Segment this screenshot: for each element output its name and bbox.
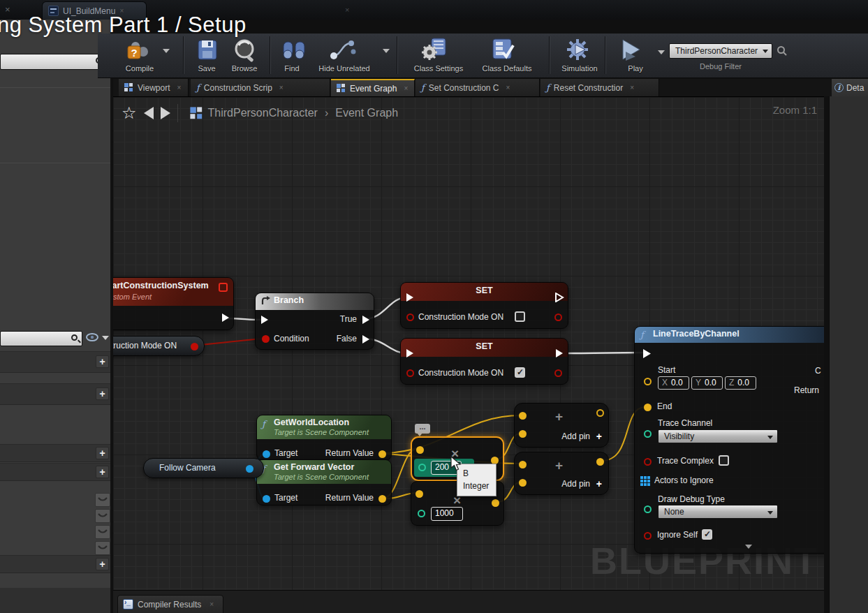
start-pin[interactable] [644, 378, 652, 385]
bool-out-pin[interactable] [554, 313, 562, 321]
save-button[interactable]: Save [198, 64, 215, 73]
false-exec-pin[interactable] [361, 334, 371, 347]
exec-in-pin[interactable] [405, 293, 415, 305]
category-row[interactable]: + [0, 463, 110, 481]
node-branch[interactable]: Branch Condition True False [255, 293, 374, 350]
class-defaults-icon[interactable] [489, 37, 517, 62]
hide-unrelated-caret-icon[interactable] [383, 49, 390, 53]
node-get-forward-vector[interactable]: Get Forward Vector Target is Scene Compo… [256, 459, 392, 505]
hide-unrelated-button[interactable]: Hide Unrelated [318, 64, 369, 73]
collapse-chevron-icon[interactable] [745, 545, 752, 549]
node-get-follow-camera[interactable]: Follow Camera [143, 458, 264, 478]
close-icon[interactable]: × [506, 84, 510, 91]
tab-set-construction[interactable]: Set Construction C × [415, 79, 540, 96]
category-row[interactable]: + [0, 383, 110, 405]
search-input[interactable] [0, 331, 82, 346]
eye-icon[interactable] [86, 332, 99, 342]
compile-button[interactable]: Compile [126, 64, 154, 73]
play-icon[interactable] [619, 38, 642, 63]
tab-construction-script[interactable]: Construction Scrip × [191, 79, 330, 96]
return-value-pin[interactable] [378, 450, 386, 458]
close-icon[interactable]: × [209, 600, 214, 608]
object-out-pin[interactable] [246, 465, 253, 473]
vector-field-x[interactable]: X 0.0 [658, 376, 689, 390]
add-pin-button[interactable]: + [596, 478, 602, 489]
vector-in-pin-2[interactable] [519, 430, 527, 438]
vector-in-pin-1[interactable] [519, 461, 527, 468]
target-pin[interactable] [263, 495, 270, 503]
breadcrumb-root[interactable]: ThirdPersonCharacter [208, 107, 318, 119]
play-options-caret-icon[interactable] [658, 50, 665, 54]
find-icon[interactable] [281, 39, 307, 61]
end-pin[interactable] [644, 404, 652, 411]
search-icon[interactable] [777, 45, 788, 57]
trace-channel-pin[interactable] [644, 430, 652, 438]
result-out-pin[interactable] [596, 409, 604, 417]
category-row[interactable]: + [0, 444, 110, 462]
simulation-button[interactable]: Simulation [561, 64, 597, 73]
variable-visibility-toggle[interactable] [95, 509, 110, 523]
favorite-star-icon[interactable]: ☆ [122, 105, 137, 121]
breadcrumb-current[interactable]: Event Graph [335, 107, 398, 119]
add-pin-button[interactable]: + [596, 431, 602, 442]
result-out-pin[interactable] [492, 499, 499, 507]
class-settings-icon[interactable] [420, 37, 448, 62]
bool-in-pin[interactable] [406, 313, 414, 321]
vector-in-pin-2[interactable] [519, 479, 527, 487]
node-set-construction-mode-on[interactable]: SET Construction Mode ON [400, 338, 568, 385]
search-input[interactable] [0, 54, 110, 70]
vector-field-z[interactable]: Z 0.0 [725, 376, 756, 390]
save-icon[interactable] [197, 39, 218, 61]
back-arrow-icon[interactable] [144, 107, 154, 119]
class-settings-button[interactable]: Class Settings [414, 64, 463, 73]
bool-out-pin[interactable] [554, 369, 562, 377]
integer-in-pin[interactable] [418, 510, 425, 517]
return-value-pin[interactable] [378, 495, 386, 503]
tab-viewport[interactable]: Viewport × [119, 79, 189, 96]
variable-visibility-toggle[interactable] [95, 525, 110, 539]
compile-options-caret-icon[interactable] [163, 49, 170, 53]
trace-complex-pin[interactable] [644, 458, 652, 466]
trace-complex-checkbox[interactable] [719, 455, 729, 466]
bool-in-pin[interactable] [406, 369, 414, 377]
close-icon[interactable]: × [630, 84, 634, 91]
close-icon[interactable]: × [345, 6, 349, 14]
browse-icon[interactable] [232, 38, 257, 63]
draw-debug-dropdown[interactable]: None [658, 505, 778, 519]
node-set-construction-mode-off[interactable]: SET Construction Mode ON [400, 282, 568, 329]
bool-value-checkbox[interactable] [515, 367, 525, 378]
category-row[interactable]: + [0, 555, 110, 573]
variable-visibility-toggle[interactable] [95, 541, 110, 555]
condition-pin[interactable] [262, 335, 270, 343]
result-out-pin[interactable] [596, 458, 604, 466]
browse-button[interactable]: Browse [232, 64, 258, 73]
vector-in-pin[interactable] [416, 446, 424, 454]
exec-in-pin[interactable] [405, 348, 415, 361]
forward-arrow-icon[interactable] [161, 107, 170, 119]
add-button[interactable]: + [96, 447, 109, 459]
bool-out-pin[interactable] [191, 343, 198, 350]
hide-unrelated-icon[interactable] [328, 38, 359, 61]
vector-in-pin[interactable] [415, 490, 423, 498]
add-button[interactable]: + [96, 355, 109, 368]
node-start-construction-system[interactable]: StartConstructionSystem Custom Event [113, 277, 234, 330]
add-button[interactable]: + [96, 466, 109, 478]
debug-object-dropdown[interactable]: ThirdPersonCharacter [669, 43, 772, 59]
node-line-trace-by-channel[interactable]: LineTraceByChannel Start X 0.0 Y 0.0 Z 0… [634, 326, 824, 554]
exec-in-pin[interactable] [260, 315, 270, 327]
bool-value-checkbox[interactable] [515, 311, 525, 322]
close-icon[interactable]: × [404, 84, 408, 92]
ignore-self-pin[interactable] [644, 532, 652, 540]
add-button[interactable]: + [96, 387, 109, 400]
close-icon[interactable]: × [279, 84, 284, 91]
play-button[interactable]: Play [628, 64, 642, 73]
exec-in-pin[interactable] [642, 348, 652, 362]
true-exec-pin[interactable] [361, 315, 371, 327]
class-defaults-button[interactable]: Class Defaults [483, 64, 532, 73]
target-pin[interactable] [263, 450, 270, 458]
close-icon[interactable]: × [177, 84, 181, 91]
ignore-self-checkbox[interactable] [702, 529, 712, 540]
vector-in-pin-1[interactable] [519, 412, 527, 420]
node-add-vector-b[interactable]: + Add pin + [514, 452, 609, 495]
chevron-down-icon[interactable] [102, 336, 109, 340]
